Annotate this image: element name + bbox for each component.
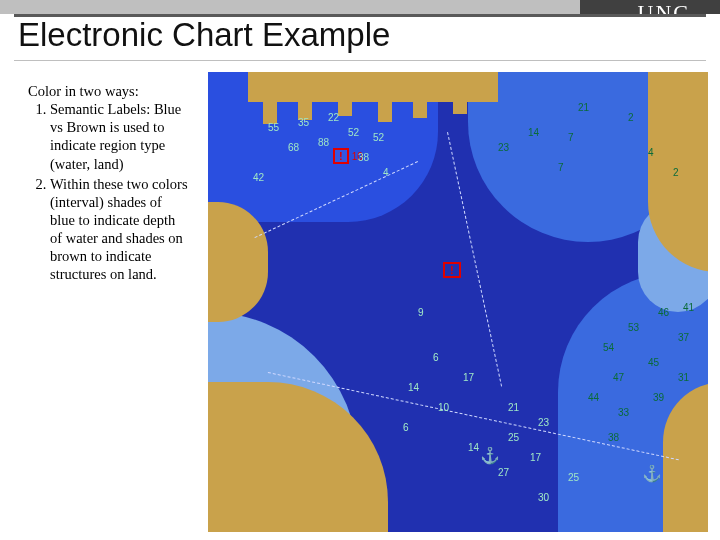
sounding-value: 53 bbox=[628, 322, 639, 333]
anchor-icon: ⚓ bbox=[480, 446, 500, 465]
sounding-value: 7 bbox=[568, 132, 574, 143]
sounding-value: 88 bbox=[318, 137, 329, 148]
sounding-value: 38 bbox=[358, 152, 369, 163]
sounding-value: 38 bbox=[608, 432, 619, 443]
page-title: Electronic Chart Example bbox=[18, 16, 390, 54]
brand-label: UNC bbox=[638, 0, 690, 26]
sounding-value: 42 bbox=[253, 172, 264, 183]
body-text: Color in two ways: Semantic Labels: Blue… bbox=[28, 82, 188, 285]
land-sw bbox=[208, 472, 298, 532]
sounding-value: 9 bbox=[418, 307, 424, 318]
sounding-value: 21 bbox=[508, 402, 519, 413]
body-list: Semantic Labels: Blue vs Brown is used t… bbox=[50, 100, 188, 283]
sounding-value: 23 bbox=[498, 142, 509, 153]
sea-layer: ! 10 ! 553568885252384222496171014614212… bbox=[208, 72, 708, 532]
sounding-value: 52 bbox=[348, 127, 359, 138]
sounding-value: 17 bbox=[530, 452, 541, 463]
top-accent-bar bbox=[0, 0, 720, 14]
land-north-pier bbox=[378, 72, 392, 122]
nautical-chart: ! 10 ! 553568885252384222496171014614212… bbox=[208, 72, 708, 532]
sounding-value: 52 bbox=[373, 132, 384, 143]
caution-symbol: ! bbox=[443, 262, 461, 278]
sounding-value: 2 bbox=[673, 167, 679, 178]
sounding-value: 68 bbox=[288, 142, 299, 153]
top-accent-grey bbox=[0, 0, 580, 14]
sounding-value: 14 bbox=[408, 382, 419, 393]
land-north-pier bbox=[298, 72, 312, 120]
land-north-pier bbox=[453, 72, 467, 114]
sounding-value: 46 bbox=[658, 307, 669, 318]
sounding-value: 45 bbox=[648, 357, 659, 368]
rule-under-title bbox=[14, 60, 706, 61]
sounding-value: 35 bbox=[298, 117, 309, 128]
sounding-value: 25 bbox=[568, 472, 579, 483]
sounding-value: 37 bbox=[678, 332, 689, 343]
sounding-value: 4 bbox=[648, 147, 654, 158]
sounding-value: 14 bbox=[468, 442, 479, 453]
sounding-value: 6 bbox=[433, 352, 439, 363]
sounding-value: 17 bbox=[463, 372, 474, 383]
sounding-value: 33 bbox=[618, 407, 629, 418]
body-intro: Color in two ways: bbox=[28, 82, 188, 100]
sounding-value: 41 bbox=[683, 302, 694, 313]
sounding-value: 10 bbox=[438, 402, 449, 413]
list-item: Semantic Labels: Blue vs Brown is used t… bbox=[50, 100, 188, 173]
sounding-value: 6 bbox=[403, 422, 409, 433]
land-north-pier bbox=[263, 72, 277, 124]
anchor-icon: ⚓ bbox=[642, 464, 662, 483]
sounding-value: 23 bbox=[538, 417, 549, 428]
sounding-value: 47 bbox=[613, 372, 624, 383]
list-item: Within these two colors (interval) shade… bbox=[50, 175, 188, 284]
sounding-value: 31 bbox=[678, 372, 689, 383]
sounding-value: 44 bbox=[588, 392, 599, 403]
land-north-pier bbox=[338, 72, 352, 116]
sounding-value: 7 bbox=[558, 162, 564, 173]
sounding-value: 2 bbox=[628, 112, 634, 123]
sounding-value: 55 bbox=[268, 122, 279, 133]
sounding-value: 30 bbox=[538, 492, 549, 503]
land-north-pier bbox=[413, 72, 427, 118]
sounding-value: 39 bbox=[653, 392, 664, 403]
sounding-value: 14 bbox=[528, 127, 539, 138]
sounding-value: 27 bbox=[498, 467, 509, 478]
slide: UNC Electronic Chart Example Color in tw… bbox=[0, 0, 720, 540]
sounding-value: 25 bbox=[508, 432, 519, 443]
sounding-value: 21 bbox=[578, 102, 589, 113]
sounding-value: 4 bbox=[383, 167, 389, 178]
sounding-value: 54 bbox=[603, 342, 614, 353]
sounding-value: 22 bbox=[328, 112, 339, 123]
